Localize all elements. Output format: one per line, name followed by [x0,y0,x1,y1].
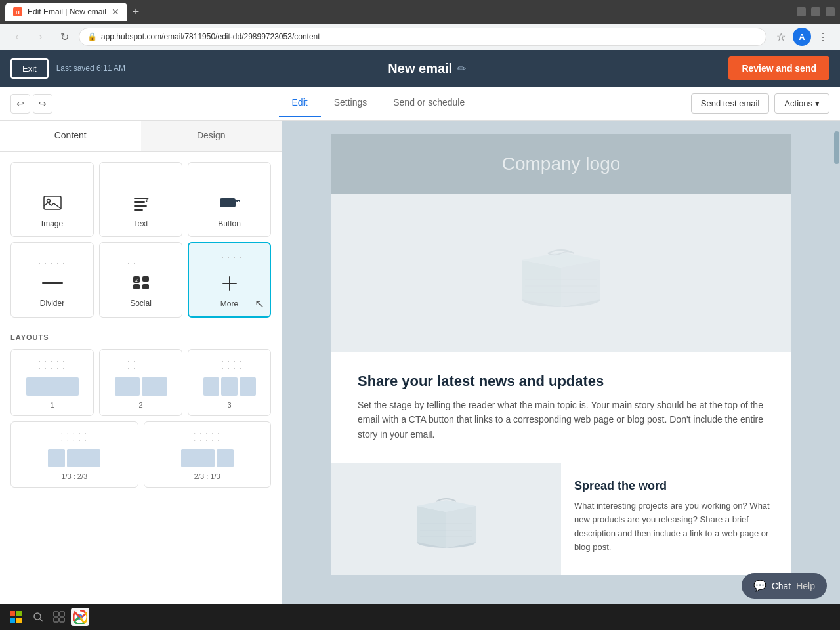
profile-button[interactable]: A [793,28,811,46]
email-headline: Share your latest news and updates [358,373,765,390]
layout-drag-handle: · · · · ·· · · · · [150,430,266,444]
layouts-grid-2row: · · · · ·· · · · · 1/3 : 2/3 · · · · ·· … [0,421,282,499]
company-logo-text: Company logo [502,154,621,174]
tab-close-icon[interactable]: ✕ [112,7,119,17]
layout-2col-preview [115,377,167,396]
block-button[interactable]: · · · · ·· · · · · Button [188,162,271,237]
header-center: New email ✏ [133,61,721,76]
taskbar-chrome-icon[interactable] [71,608,89,626]
design-tab[interactable]: Design [141,121,282,151]
tab-favicon: H [13,7,22,16]
layout-2-1-label: 2/3 : 1/3 [194,472,220,480]
layout-2-1col[interactable]: · · · · ·· · · · · 2/3 : 1/3 [144,421,272,488]
help-label: Help [796,581,815,591]
layout-1-2-label: 1/3 : 2/3 [61,472,87,480]
maximize-button[interactable] [811,7,820,16]
panel-tabs: Content Design [0,121,282,152]
tab-edit[interactable]: Edit [279,89,321,117]
browser-chrome: H Edit Email | New email ✕ + [0,0,840,24]
browser-toolbar: ‹ › ↻ 🔒 app.hubspot.com/email/7811950/ed… [0,24,840,50]
content-tab[interactable]: Content [0,121,141,151]
svg-point-1 [47,199,50,202]
back-button[interactable]: ‹ [8,28,26,46]
more-options-button[interactable]: ⋮ [814,28,832,46]
block-image[interactable]: · · · · ·· · · · · Image [10,162,94,237]
email-hero-section [331,194,791,352]
svg-rect-18 [10,611,15,616]
left-panel: Content Design · · · · ·· · · · · Image [0,121,282,630]
svg-rect-8 [142,284,149,289]
forward-button[interactable]: › [32,28,50,46]
more-plus-icon [220,273,239,294]
address-bar[interactable]: 🔒 app.hubspot.com/email/7811950/edit-dd/… [79,28,766,46]
actions-label: Actions [784,98,812,108]
email-title: New email [388,61,452,76]
layout-3col[interactable]: · · · · ·· · · · · 3 [188,349,271,416]
layout-1col-label: 1 [50,401,54,409]
block-image-label: Image [41,219,63,228]
close-button[interactable] [826,7,835,16]
last-saved-link[interactable]: Last saved 6:11 AM [56,64,125,73]
actions-dropdown-button[interactable]: Actions ▾ [774,93,830,114]
block-drag-handle: · · · · ·· · · · · [105,253,177,268]
block-drag-handle: · · · · ·· · · · · [16,253,88,268]
block-divider-label: Divider [40,299,64,308]
undo-button[interactable]: ↩ [10,94,30,114]
layout-3col-preview [203,377,256,396]
canvas-inner: Company logo [331,121,791,588]
svg-rect-20 [10,618,15,623]
block-social-label: Social [130,299,152,308]
email-body-text: Set the stage by telling the reader what… [358,398,765,442]
social-icon: # [132,272,150,293]
chat-widget[interactable]: 💬 Chat Help [742,573,827,598]
layouts-section-title: LAYOUTS [0,328,282,344]
exit-button[interactable]: Exit [10,58,49,79]
layout-2col[interactable]: · · · · ·· · · · · 2 [99,349,182,416]
block-more[interactable]: · · · · ·· · · · · More ↖ [188,242,271,318]
block-divider[interactable]: · · · · ·· · · · · Divider [10,242,94,318]
email-body-section: Share your latest news and updates Set t… [331,352,791,463]
actions-chevron-icon: ▾ [815,98,820,108]
browser-tab[interactable]: H Edit Email | New email ✕ [5,3,127,21]
svg-rect-6 [133,284,140,289]
layout-2col-label: 2 [138,401,142,409]
taskbar-task-view-button[interactable] [50,608,68,626]
svg-text:T: T [145,196,150,203]
cursor-icon: ↖ [255,297,264,311]
bookmark-button[interactable]: ☆ [772,28,790,46]
block-drag-handle: · · · · ·· · · · · [194,173,265,188]
svg-rect-19 [16,611,22,616]
minimize-button[interactable] [797,7,806,16]
svg-rect-26 [54,618,58,622]
editor-tabs: Edit Settings Send or schedule [66,89,691,117]
review-and-send-button[interactable]: Review and send [728,56,830,80]
reload-button[interactable]: ↻ [55,28,74,46]
block-text[interactable]: · · · · ·· · · · · T Text [99,162,182,237]
svg-rect-3 [220,198,236,207]
redo-button[interactable]: ↪ [33,94,52,114]
svg-rect-21 [16,618,22,623]
block-text-label: Text [133,219,148,228]
taskbar-search-button[interactable] [29,608,47,626]
canvas-scrollbar[interactable] [833,121,840,630]
svg-rect-7 [142,276,149,282]
layouts-grid: · · · · ·· · · · · 1 · · · · ·· · · · · … [0,344,282,421]
url-text: app.hubspot.com/email/7811950/edit-dd/29… [101,32,320,41]
svg-rect-25 [60,612,64,616]
layout-1col-preview [26,377,79,396]
layout-drag-handle: · · · · ·· · · · · [16,358,88,372]
tab-send-or-schedule[interactable]: Send or schedule [380,89,478,117]
layout-1col[interactable]: · · · · ·· · · · · 1 [10,349,94,416]
block-social[interactable]: · · · · ·· · · · · # Social [99,242,182,318]
toolbar-right: Send test email Actions ▾ [691,93,830,114]
tab-title: Edit Email | New email [28,7,106,16]
block-button-label: Button [218,219,241,228]
new-tab-button[interactable]: + [133,5,140,19]
svg-line-23 [40,619,43,621]
edit-title-icon[interactable]: ✏ [457,62,466,75]
layout-1-2col[interactable]: · · · · ·· · · · · 1/3 : 2/3 [10,421,138,488]
scrollbar-thumb[interactable] [834,131,839,164]
send-test-email-button[interactable]: Send test email [691,93,770,114]
windows-start-button[interactable] [5,606,26,627]
tab-settings[interactable]: Settings [321,89,381,117]
